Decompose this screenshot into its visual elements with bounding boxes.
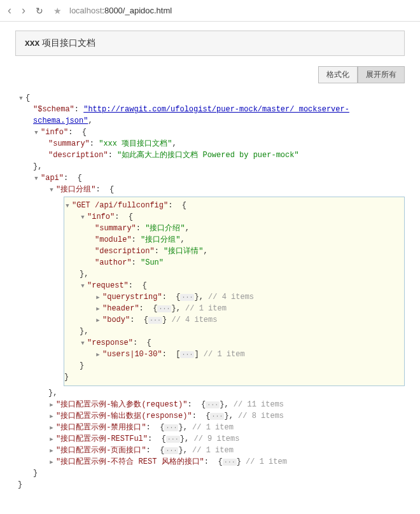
json-viewer: ▼{ "$schema": "http://rawgit.com/ufologi…: [15, 92, 405, 490]
json-key: "GET /api/fullconfig": [72, 201, 168, 210]
json-key: "接口配置示例-页面接口": [56, 446, 146, 455]
json-key: "body": [102, 316, 130, 324]
url-bar[interactable]: localhost:8000/_apidoc.html: [69, 6, 172, 15]
ellipsis-icon[interactable]: ···: [180, 351, 194, 358]
toggle-icon[interactable]: ▶: [48, 413, 55, 422]
forward-icon[interactable]: ›: [19, 4, 28, 17]
json-key: "module": [95, 235, 132, 244]
title-rest: 项目接口文档: [39, 38, 95, 48]
json-key: "接口配置示例-禁用接口": [56, 423, 146, 432]
json-comment: // 1 item: [204, 350, 245, 359]
button-row: 格式化 展开所有: [15, 66, 405, 83]
json-key: "description": [48, 151, 108, 160]
json-key: "接口分组": [56, 185, 95, 194]
json-key: "author": [95, 258, 132, 267]
toggle-icon[interactable]: ▼: [80, 214, 86, 223]
bookmark-icon[interactable]: ★: [51, 6, 64, 16]
toggle-icon[interactable]: ▶: [48, 447, 55, 456]
page-title: xxx 项目接口文档: [15, 31, 405, 56]
json-key: "request": [87, 281, 129, 290]
json-key: "info": [87, 212, 115, 221]
url-path: :8000/_apidoc.html: [102, 6, 172, 15]
json-value: "Sun": [141, 258, 164, 267]
ellipsis-icon[interactable]: ···: [148, 317, 162, 324]
toggle-icon[interactable]: ▶: [95, 294, 101, 303]
json-comment: // 8 items: [238, 412, 284, 420]
toggle-icon[interactable]: ▶: [48, 401, 55, 410]
toggle-icon[interactable]: ▶: [95, 305, 101, 314]
title-bold: xxx: [25, 38, 39, 48]
toggle-icon[interactable]: ▶: [48, 459, 55, 468]
json-key: "接口配置示例-不符合 REST 风格的接口": [56, 457, 204, 466]
toggle-icon[interactable]: ▼: [33, 175, 39, 184]
ellipsis-icon[interactable]: ···: [223, 459, 237, 466]
json-value: "接口介绍": [145, 224, 185, 233]
json-key: "description": [95, 247, 155, 256]
json-key: "response": [87, 338, 133, 347]
toggle-icon[interactable]: ▼: [48, 186, 55, 195]
json-comment: // 4 items: [208, 293, 254, 302]
toggle-icon[interactable]: ▼: [64, 202, 71, 211]
json-key: "users|10-30": [102, 350, 162, 359]
ellipsis-icon[interactable]: ···: [206, 401, 220, 408]
toggle-icon[interactable]: ▼: [33, 129, 39, 138]
expand-all-button[interactable]: 展开所有: [358, 66, 405, 83]
format-button[interactable]: 格式化: [318, 66, 358, 83]
json-key: "接口配置示例-输出数据(response)": [56, 412, 192, 420]
json-key: "接口配置示例-RESTFul": [56, 434, 148, 443]
ellipsis-icon[interactable]: ···: [157, 305, 171, 312]
toggle-icon[interactable]: ▶: [48, 436, 55, 445]
json-comment: // 1 item: [246, 457, 287, 466]
toggle-icon[interactable]: ▼: [80, 282, 86, 291]
json-key: "summary": [48, 139, 90, 148]
ellipsis-icon[interactable]: ···: [166, 436, 180, 443]
browser-bar: ‹ › ↻ ★ localhost:8000/_apidoc.html: [0, 0, 420, 22]
page-content: xxx 项目接口文档 格式化 展开所有 ▼{ "$schema": "http:…: [0, 22, 420, 503]
json-comment: // 1 item: [192, 446, 234, 455]
json-comment: // 1 item: [185, 304, 227, 313]
reload-icon[interactable]: ↻: [33, 6, 46, 16]
ellipsis-icon[interactable]: ···: [164, 447, 178, 454]
json-key: "querystring": [102, 293, 162, 302]
json-key: "接口配置示例-输入参数(request)": [56, 400, 187, 409]
json-value: "如此高大上的接口文档 Powered by puer-mock": [117, 151, 299, 160]
toggle-icon[interactable]: ▼: [80, 340, 86, 349]
url-host: localhost: [69, 6, 102, 15]
json-comment: // 4 items: [171, 316, 217, 324]
json-value: "xxx 项目接口文档": [99, 139, 172, 148]
json-key: "info": [41, 128, 68, 137]
ellipsis-icon[interactable]: ···: [164, 424, 178, 431]
toggle-icon[interactable]: ▼: [18, 95, 24, 104]
back-icon[interactable]: ‹: [5, 4, 14, 17]
json-value: "接口分组": [141, 235, 180, 244]
ellipsis-icon[interactable]: ···: [210, 413, 224, 420]
json-comment: // 11 items: [234, 400, 284, 409]
json-key: "header": [102, 304, 139, 313]
json-comment: // 1 item: [192, 423, 234, 432]
json-comment: // 9 items: [193, 434, 239, 443]
ellipsis-icon[interactable]: ···: [180, 294, 194, 301]
json-value: "接口详情": [164, 247, 203, 256]
toggle-icon[interactable]: ▶: [95, 317, 101, 326]
json-key: "summary": [95, 224, 136, 233]
json-key: "$schema": [33, 105, 74, 114]
toggle-icon[interactable]: ▶: [95, 351, 101, 360]
toggle-icon[interactable]: ▶: [48, 424, 55, 433]
highlighted-endpoint: ▼"GET /api/fullconfig": { ▼"info": { "su…: [64, 197, 405, 386]
json-key: "api": [41, 174, 64, 183]
